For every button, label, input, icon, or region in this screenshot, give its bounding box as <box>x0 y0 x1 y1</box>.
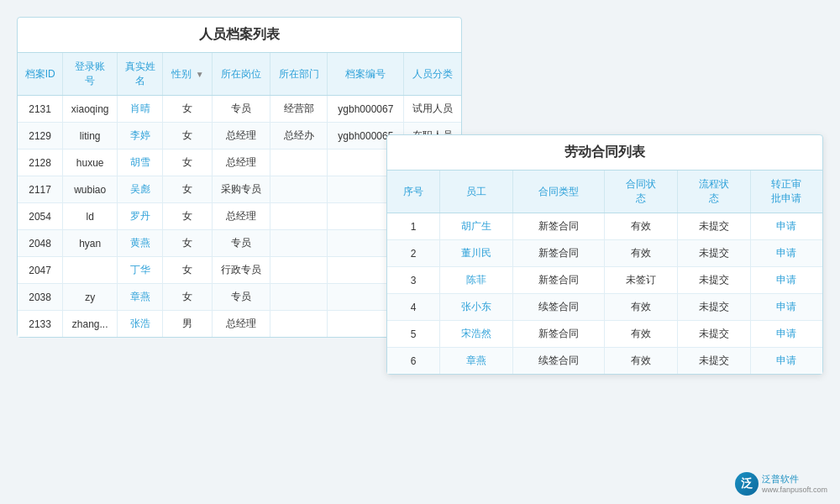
table-cell: 6 <box>387 348 440 375</box>
table-cell: 总经办 <box>270 123 328 150</box>
col-login: 登录账号 <box>63 53 118 96</box>
table-cell <box>270 311 328 338</box>
table-cell: 2047 <box>18 257 63 284</box>
table-cell: 新签合同 <box>512 267 605 294</box>
table-cell[interactable]: 申请 <box>750 348 822 375</box>
table-cell[interactable]: 申请 <box>750 267 822 294</box>
table-cell <box>270 176 328 203</box>
table-cell[interactable]: 胡雪 <box>118 150 163 176</box>
table-cell: 女 <box>163 230 212 257</box>
contract-row: 2董川民新签合同有效未提交申请 <box>387 240 822 267</box>
contract-table: 序号 员工 合同类型 合同状态 流程状态 转正审批申请 1胡广生新签合同有效未提… <box>387 171 822 374</box>
col-type: 人员分类 <box>404 53 461 96</box>
table-cell: 有效 <box>605 213 678 240</box>
logo-website: www.fanpusoft.com <box>762 486 827 494</box>
table-cell: 未提交 <box>678 294 751 321</box>
col-contract-status: 合同状态 <box>605 171 678 213</box>
table-cell[interactable]: 黄燕 <box>118 230 163 257</box>
table-cell: 2038 <box>18 284 63 311</box>
table-cell[interactable]: 李婷 <box>118 123 163 150</box>
table-cell: ld <box>63 203 118 230</box>
table-cell[interactable]: 胡广生 <box>440 213 513 240</box>
table-cell: 专员 <box>212 230 270 257</box>
col-name: 真实姓名 <box>118 53 163 96</box>
table-cell: 2048 <box>18 230 63 257</box>
logo-company: 泛普软件 <box>762 474 827 485</box>
table-cell[interactable]: 张小东 <box>440 294 513 321</box>
table-cell[interactable]: 章燕 <box>440 348 513 375</box>
table-cell: 有效 <box>605 240 678 267</box>
contract-row: 5宋浩然新签合同有效未提交申请 <box>387 321 822 348</box>
col-apply: 转正审批申请 <box>750 171 822 213</box>
table-cell: 采购专员 <box>212 176 270 203</box>
table-cell: 总经理 <box>212 311 270 338</box>
table-cell <box>270 150 328 176</box>
table-cell: 女 <box>163 123 212 150</box>
table-cell: zy <box>63 284 118 311</box>
table-cell: 2129 <box>18 123 63 150</box>
table-cell[interactable]: 申请 <box>750 321 822 348</box>
col-position: 所在岗位 <box>212 53 270 96</box>
col-contract-type: 合同类型 <box>512 171 605 213</box>
table-cell: 2131 <box>18 96 63 123</box>
table-cell: 女 <box>163 203 212 230</box>
table-cell: 新签合同 <box>512 321 605 348</box>
table-cell[interactable]: 张浩 <box>118 311 163 338</box>
col-flow-status: 流程状态 <box>678 171 751 213</box>
table-cell: 2133 <box>18 311 63 338</box>
contract-row: 3陈菲新签合同未签订未提交申请 <box>387 267 822 294</box>
table-cell: zhang... <box>63 311 118 338</box>
table-cell: 女 <box>163 96 212 123</box>
table-cell: hyan <box>63 230 118 257</box>
table-cell: 2 <box>387 240 440 267</box>
gender-filter-icon[interactable]: ▼ <box>196 70 204 79</box>
table-cell: 未提交 <box>678 321 751 348</box>
contract-row: 1胡广生新签合同有效未提交申请 <box>387 213 822 240</box>
contract-table-container: 劳动合同列表 序号 员工 合同类型 合同状态 流程状态 转正审批申请 1胡广生新… <box>386 134 823 375</box>
table-cell: 新签合同 <box>512 240 605 267</box>
col-no: 序号 <box>387 171 440 213</box>
table-cell[interactable]: 肖晴 <box>118 96 163 123</box>
table-cell: 专员 <box>212 96 270 123</box>
table-cell[interactable]: 董川民 <box>440 240 513 267</box>
table-cell[interactable]: 申请 <box>750 213 822 240</box>
col-fileno: 档案编号 <box>328 53 404 96</box>
table-cell: 未签订 <box>605 267 678 294</box>
personnel-table-header: 档案ID 登录账号 真实姓名 性别 ▼ 所在岗位 所在部门 档案编号 人员分类 <box>18 53 461 96</box>
table-cell[interactable]: 章燕 <box>118 284 163 311</box>
table-cell: xiaoqing <box>63 96 118 123</box>
table-cell[interactable]: 丁华 <box>118 257 163 284</box>
table-cell[interactable]: 申请 <box>750 294 822 321</box>
table-cell: 女 <box>163 150 212 176</box>
table-cell: 有效 <box>605 348 678 375</box>
table-cell <box>270 257 328 284</box>
table-cell <box>270 203 328 230</box>
table-cell: 续签合同 <box>512 294 605 321</box>
table-cell: 男 <box>163 311 212 338</box>
table-cell <box>270 230 328 257</box>
table-cell: 有效 <box>605 294 678 321</box>
contract-table-title: 劳动合同列表 <box>387 135 822 171</box>
table-cell: 未提交 <box>678 213 751 240</box>
personnel-row: 2131xiaoqing肖晴女专员经营部ygbh000067试用人员 <box>18 96 461 123</box>
table-cell: 总经理 <box>212 123 270 150</box>
table-cell[interactable]: 罗丹 <box>118 203 163 230</box>
col-gender[interactable]: 性别 ▼ <box>163 53 212 96</box>
table-cell: 新签合同 <box>512 213 605 240</box>
table-cell[interactable]: 申请 <box>750 240 822 267</box>
table-cell[interactable]: 宋浩然 <box>440 321 513 348</box>
table-cell: 3 <box>387 267 440 294</box>
personnel-table-title: 人员档案列表 <box>18 18 461 53</box>
col-id: 档案ID <box>18 53 63 96</box>
table-cell: 未提交 <box>678 240 751 267</box>
table-cell[interactable]: 吴彪 <box>118 176 163 203</box>
table-cell: 女 <box>163 257 212 284</box>
table-cell: 经营部 <box>270 96 328 123</box>
table-cell: wubiao <box>63 176 118 203</box>
col-employee: 员工 <box>440 171 513 213</box>
table-cell: 未提交 <box>678 348 751 375</box>
table-cell[interactable]: 陈菲 <box>440 267 513 294</box>
main-wrapper: 人员档案列表 档案ID 登录账号 真实姓名 性别 ▼ 所在岗位 所在部门 档案编… <box>0 0 840 504</box>
table-cell: ygbh000067 <box>328 96 404 123</box>
contract-table-header: 序号 员工 合同类型 合同状态 流程状态 转正审批申请 <box>387 171 822 213</box>
